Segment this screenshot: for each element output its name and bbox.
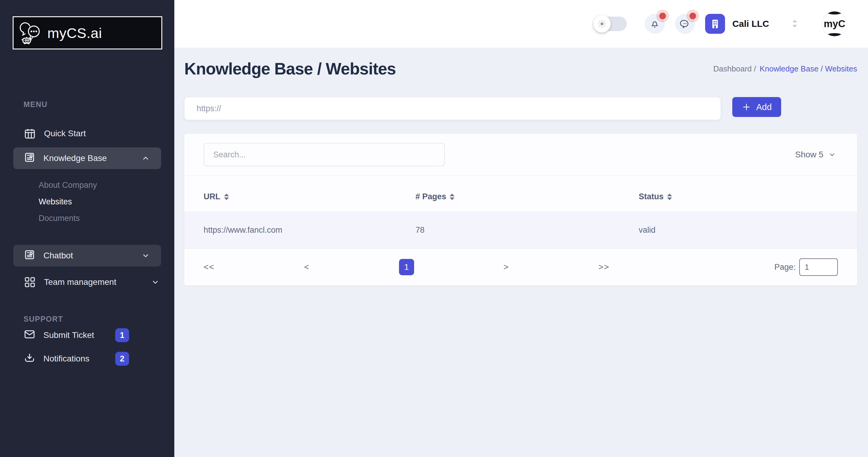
chevron-up-icon [141,154,150,163]
add-website-row: Add [184,97,857,120]
chat-bubble-icon [680,19,690,29]
main-area: Cali LLC myC Knowledge Base / Websites D… [174,0,868,457]
download-tray-icon [24,352,36,366]
page-label: Page: [774,263,796,272]
sidebar-item-knowledge-base[interactable]: Knowledge Base [13,148,161,169]
websites-table-card: Show 5 URL # Pages [184,134,857,286]
message-alert-dot [689,13,696,19]
add-button-label: Add [756,102,772,112]
logo-chatbot-icon [20,21,43,44]
app-root: myCS.ai MENU Quick Start [0,0,868,457]
column-header-pages[interactable]: # Pages [415,192,639,201]
sidebar-item-label: Submit Ticket [43,330,94,340]
notifications-button[interactable] [645,14,665,34]
sidebar-item-label: Quick Start [44,129,86,138]
bell-icon [650,19,660,29]
sidebar-item-quick-start[interactable]: Quick Start [0,122,174,145]
logo[interactable]: myCS.ai [13,16,162,50]
support-section-label: SUPPORT [24,315,174,323]
document-icon [24,249,36,263]
sidebar-item-notifications[interactable]: Notifications 2 [0,347,174,370]
column-header-url[interactable]: URL [204,192,415,201]
sun-icon [597,19,607,28]
prev-page-button[interactable]: < [304,262,309,272]
theme-toggle[interactable] [594,17,627,31]
cell-url: https://www.fancl.com [204,226,415,235]
page-jump: Page: [774,258,838,276]
page-content: Knowledge Base / Websites Dashboard / Kn… [174,47,868,457]
sort-icon [224,194,229,200]
breadcrumb: Dashboard / Knowledge Base / Websites [713,64,857,73]
chevron-down-icon [141,251,150,260]
column-label: # Pages [415,192,446,201]
messages-button[interactable] [675,14,695,34]
theme-toggle-knob [593,15,611,33]
sort-icon [667,194,672,200]
page-number-input[interactable] [799,258,838,276]
breadcrumb-dashboard-link[interactable]: Dashboard / [713,64,756,73]
document-icon [24,151,36,165]
search-input[interactable] [204,143,445,166]
column-label: URL [204,192,220,201]
sidebar-item-label: Notifications [43,354,90,364]
page-title: Knowledge Base / Websites [184,59,396,78]
sidebar-nav: Quick Start Knowledge Base About Company [0,122,174,294]
user-avatar[interactable]: myC [822,11,847,36]
company-selector[interactable]: Cali LLC [705,14,769,34]
sidebar-item-websites[interactable]: Websites [39,197,174,206]
building-icon [705,14,725,34]
pagination-controls: << < 1 > >> [204,259,610,275]
sidebar-item-label: Team management [44,278,116,287]
menu-section-label: MENU [24,100,174,109]
avatar-text: myC [824,18,845,30]
sidebar-item-about-company[interactable]: About Company [39,181,174,190]
table-toolbar: Show 5 [184,134,857,176]
table-row[interactable]: https://www.fancl.com 78 valid [184,212,857,249]
knowledge-base-submenu: About Company Websites Documents [0,171,174,228]
current-page-button[interactable]: 1 [399,259,414,275]
website-url-input[interactable] [184,97,721,120]
chevron-down-icon [151,278,160,287]
sidebar-item-label: Knowledge Base [43,154,107,163]
notification-count-badge: 2 [115,352,129,366]
sidebar-item-team-management[interactable]: Team management [0,271,174,294]
calendar-icon [24,127,36,140]
company-name: Cali LLC [732,19,769,29]
ticket-count-badge: 1 [115,328,129,342]
sidebar: myCS.ai MENU Quick Start [0,0,174,457]
page-size-label: Show 5 [795,150,824,160]
chevron-down-icon [828,151,836,159]
sidebar-item-documents[interactable]: Documents [39,214,174,223]
logo-text: myCS.ai [48,25,102,41]
pagination: << < 1 > >> Page: [184,249,857,286]
add-website-button[interactable]: Add [732,97,781,117]
sort-icon [450,194,455,200]
envelope-icon [24,328,36,342]
table-header: URL # Pages Status [184,176,857,212]
title-row: Knowledge Base / Websites Dashboard / Kn… [184,59,857,78]
first-page-button[interactable]: << [204,262,215,272]
company-switch-arrows[interactable] [790,19,799,29]
up-down-chevrons-icon [790,19,799,29]
next-page-button[interactable]: > [503,262,509,272]
column-label: Status [639,192,664,201]
grid-icon [24,276,36,289]
column-header-status[interactable]: Status [639,192,838,201]
sidebar-item-chatbot[interactable]: Chatbot [13,245,161,266]
sidebar-item-submit-ticket[interactable]: Submit Ticket 1 [0,323,174,347]
notification-alert-dot [659,13,666,19]
topbar: Cali LLC myC [174,0,868,47]
cell-pages: 78 [415,226,639,235]
plus-icon [742,102,751,112]
sidebar-item-label: Chatbot [43,251,73,260]
last-page-button[interactable]: >> [598,262,610,272]
breadcrumb-current-link[interactable]: Knowledge Base / Websites [760,64,857,73]
cell-status: valid [639,226,838,235]
page-size-select[interactable]: Show 5 [795,150,838,160]
